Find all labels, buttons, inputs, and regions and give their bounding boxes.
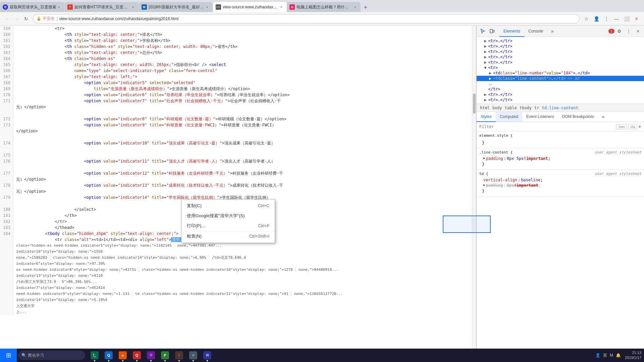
breadcrumb-body[interactable]: body bbox=[492, 106, 503, 110]
taskbar-ime-icon[interactable]: M bbox=[610, 353, 613, 358]
taskbar-app-isoh[interactable]: i bbox=[172, 349, 186, 362]
context-menu-google-search[interactable]: 使用Google搜索"清华大学"(S) bbox=[181, 211, 275, 221]
minimize-button[interactable]: — bbox=[612, 14, 621, 23]
tab-5[interactable]: 截 电脑上截图怎么样截？用什么截... × bbox=[287, 2, 361, 12]
code-overflow-12: /td>浙江大学浙江73.95">86.396.56%... bbox=[0, 279, 476, 285]
taskbar-start-button[interactable]: ⊞ bbox=[0, 349, 17, 362]
styles-tab-dom-breakpoints[interactable]: DOM Breakpoints bbox=[558, 112, 598, 122]
profile-icon[interactable]: 👤 bbox=[592, 14, 601, 23]
tab-close-4[interactable]: × bbox=[279, 4, 284, 10]
tree-row-tr-close[interactable]: </tr> bbox=[477, 86, 644, 92]
source-scrollbar-thumb[interactable] bbox=[473, 94, 476, 114]
taskbar-app-python[interactable]: P bbox=[158, 349, 172, 362]
taskbar-profile-icon[interactable]: 👤 bbox=[595, 353, 600, 358]
taskbar-app-webrequest[interactable]: 网 bbox=[201, 349, 214, 362]
taskbar-app-ie[interactable]: e bbox=[116, 349, 129, 362]
tab-close-2[interactable]: × bbox=[130, 4, 136, 10]
back-button[interactable]: ← bbox=[3, 14, 12, 23]
code-line-gap1 bbox=[0, 110, 476, 116]
taskbar-app-icon-webrequest: 网 bbox=[203, 351, 211, 359]
tree-toggle-3[interactable]: ▶ bbox=[484, 49, 488, 54]
filter-cls-button[interactable]: .cls bbox=[628, 124, 637, 129]
taskbar-lang-icon[interactable]: 英 bbox=[603, 353, 607, 358]
styles-panel[interactable]: element.style { } .line-content { user a… bbox=[477, 131, 644, 362]
context-menu-print[interactable]: 打印(P)... Ctrl+P bbox=[181, 221, 275, 231]
source-scrollbar[interactable] bbox=[472, 25, 476, 362]
tree-row-tr4[interactable]: ▶ <tr>…</tr> bbox=[477, 54, 644, 60]
devtools-tab-console[interactable]: Console bbox=[524, 26, 547, 37]
breadcrumb-table[interactable]: table bbox=[504, 106, 518, 110]
tree-toggle-1[interactable]: ▶ bbox=[484, 39, 488, 43]
taskbar-notification-icon[interactable]: 🔔 bbox=[616, 353, 621, 358]
tree-toggle-7[interactable]: ▶ bbox=[489, 71, 493, 75]
devtools-tab-elements[interactable]: Elements bbox=[499, 26, 524, 37]
filter-input[interactable] bbox=[479, 124, 616, 129]
prop-expand-arrow-2[interactable]: ▶ bbox=[483, 183, 485, 187]
tree-toggle-6[interactable]: ▼ bbox=[484, 65, 488, 70]
source-content[interactable]: 159 <tr> 160 <th style="text-align: cent… bbox=[0, 25, 476, 362]
tree-row-td-linecontent[interactable]: ▶ <td class="line-content">…</td>== $0 bbox=[477, 76, 644, 81]
devtools-cursor-icon[interactable] bbox=[478, 26, 487, 36]
context-menu-copy[interactable]: 复制(C) Ctrl+C bbox=[181, 201, 275, 211]
styles-tab-styles[interactable]: Styles bbox=[477, 112, 496, 122]
tree-row-tr7[interactable]: ▶ <tr>…</tr> bbox=[477, 97, 644, 103]
devtools-device-icon[interactable] bbox=[487, 26, 497, 36]
devtools-close-icon[interactable]: × bbox=[633, 26, 643, 36]
breadcrumb-html[interactable]: html bbox=[479, 106, 490, 110]
new-tab-button[interactable]: + bbox=[361, 3, 370, 12]
tab-3[interactable]: M 2018中国最好大学排名_最好大... × bbox=[139, 2, 213, 12]
taskbar-app-icon-charset: 字 bbox=[147, 351, 155, 359]
devtools-settings-icon[interactable]: ⚙ bbox=[614, 26, 624, 36]
tree-row-td-linenum[interactable]: ▶ <td class="line-number" value="184">…<… bbox=[477, 70, 644, 76]
tree-row-tr1[interactable]: ▶ <tr>…</tr> bbox=[477, 38, 644, 44]
tab-close-1[interactable]: × bbox=[56, 4, 62, 10]
tree-row-tr5[interactable]: ▶ <tr>…</tr> bbox=[477, 60, 644, 65]
tree-toggle-4[interactable]: ▶ bbox=[484, 55, 488, 59]
tree-row-tr6[interactable]: ▶ <tr>…</tr> bbox=[477, 92, 644, 97]
tree-row-tr-expanded[interactable]: ▼ <tr> bbox=[477, 65, 644, 70]
tab-label-1: 获取网页请求头_百度搜索 bbox=[10, 4, 56, 10]
taskbar-app-crawler[interactable]: 🐛 bbox=[88, 349, 101, 362]
taskbar-app-qq[interactable]: Q bbox=[102, 349, 115, 362]
bookmark-icon[interactable]: ☆ bbox=[582, 14, 591, 23]
code-line-164: 164 <th class="hidden-xs" bbox=[0, 56, 476, 62]
tree-toggle-10[interactable]: ▶ bbox=[484, 98, 488, 102]
breadcrumb-td[interactable]: td.line-content bbox=[541, 106, 579, 110]
context-menu-inspect[interactable]: 检查(N) Ctrl+Shift+I bbox=[181, 231, 275, 241]
breadcrumb-tbody[interactable]: tbody bbox=[519, 106, 532, 110]
taskbar-app-qq2[interactable]: Q bbox=[130, 349, 144, 362]
styles-tab-event-listeners[interactable]: Event Listeners bbox=[522, 112, 558, 122]
maximize-button[interactable]: ⬜ bbox=[622, 14, 631, 23]
breadcrumb-tr[interactable]: tr bbox=[534, 106, 540, 110]
code-line-173b: </option> bbox=[0, 128, 476, 134]
taskbar-search[interactable]: 🔍 爬虫学习 bbox=[18, 351, 85, 360]
tree-toggle-2[interactable]: ▶ bbox=[484, 44, 488, 49]
tab-close-5[interactable]: × bbox=[353, 4, 358, 10]
tree-row-tr3[interactable]: ▶ <tr>…</tr> bbox=[477, 49, 644, 54]
reload-button[interactable]: ↻ bbox=[21, 14, 31, 23]
tab-1[interactable]: 百 获取网页请求头_百度搜索 × bbox=[0, 2, 64, 12]
tree-toggle-5[interactable]: ▶ bbox=[484, 60, 488, 65]
styles-tab-overflow[interactable]: » bbox=[598, 112, 608, 122]
close-browser-button[interactable]: ✕ bbox=[632, 14, 641, 23]
taskbar-app-viewsource[interactable]: V bbox=[186, 349, 200, 362]
tree-row-tr2[interactable]: ▶ <tr>…</tr> bbox=[477, 44, 644, 49]
devtools-tab-overflow[interactable]: » bbox=[547, 26, 558, 37]
prop-expand-arrow[interactable]: ▶ bbox=[483, 156, 485, 160]
tab-4[interactable]: </> view-source:www.zuihaodaxue... × bbox=[213, 2, 287, 12]
filter-hov-button[interactable]: :hov bbox=[616, 124, 627, 129]
tree-row-ellipsis[interactable]: … bbox=[477, 81, 644, 86]
menu-icon[interactable]: ⋮ bbox=[602, 14, 611, 23]
tree-toggle-8[interactable]: ▶ bbox=[489, 76, 493, 81]
styles-tab-computed[interactable]: Computed bbox=[496, 112, 522, 122]
filter-add-button[interactable]: + bbox=[638, 124, 641, 130]
devtools-menu-icon[interactable]: ⋮ bbox=[624, 26, 633, 36]
taskbar-app-charset[interactable]: 字 bbox=[144, 349, 158, 362]
tree-toggle-9[interactable]: ▶ bbox=[484, 92, 488, 97]
elements-tree[interactable]: ▶ <tr>…</tr> ▶ <tr>…</tr> ▶ <tr>…</tr> ▶… bbox=[477, 37, 644, 104]
tab-close-3[interactable]: × bbox=[205, 4, 210, 10]
code-overflow-4: none,">1586283class="hidden-xs need-hidd… bbox=[0, 255, 476, 261]
forward-button[interactable]: → bbox=[12, 14, 21, 23]
tab-2[interactable]: ? 如何查看HTTP请求头_百度经验 × bbox=[65, 2, 139, 12]
url-bar[interactable]: 🔒 不安全 | view-source:www.zuihaodaxue.com/… bbox=[33, 14, 580, 23]
